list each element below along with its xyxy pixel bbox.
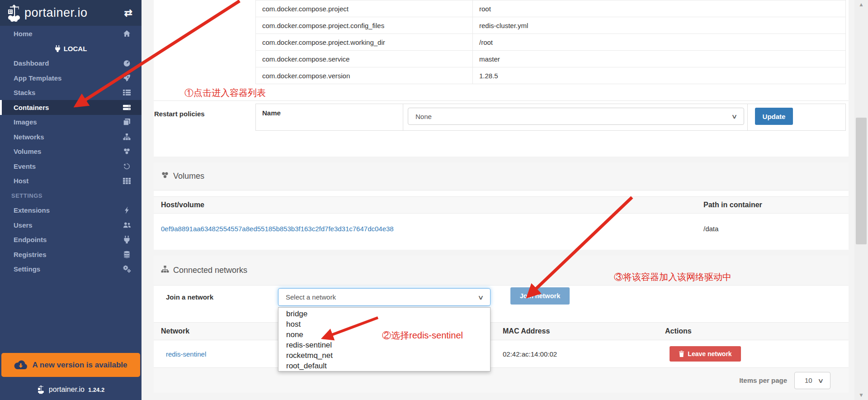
database-icon bbox=[123, 251, 131, 258]
label-value: root bbox=[473, 0, 845, 17]
labels-table: com.docker.compose.project root com.dock… bbox=[255, 0, 846, 84]
items-per-page-label: Items per page bbox=[739, 376, 787, 384]
portainer-container-details-screen: com.docker.compose.project root com.dock… bbox=[0, 0, 868, 400]
items-per-page-value: 10 bbox=[795, 376, 820, 384]
restart-policies-label: Restart policies bbox=[154, 110, 205, 118]
join-network-button[interactable]: Join network bbox=[510, 287, 570, 305]
col-actions: Actions bbox=[665, 327, 692, 335]
annotation-step2: ②选择redis-sentinel bbox=[382, 329, 463, 342]
volume-path: /data bbox=[703, 225, 718, 233]
dropdown-option-host[interactable]: host bbox=[278, 319, 490, 329]
col-path-in-container: Path in container bbox=[703, 201, 762, 209]
volumes-card: Volumes Host/volume Path in container 0e… bbox=[154, 162, 849, 250]
sidebar-header[interactable]: portainer.io ⇄ bbox=[0, 0, 142, 26]
label-value: redis-cluster.yml bbox=[473, 17, 845, 33]
volumes-card-title: Volumes bbox=[173, 171, 204, 181]
sidebar-item-app-templates[interactable]: App Templates bbox=[0, 71, 142, 86]
sidebar-item-endpoints[interactable]: Endpoints bbox=[0, 233, 142, 248]
join-network-label: Join a network bbox=[166, 293, 213, 301]
sidebar-item-settings[interactable]: Settings bbox=[0, 262, 142, 277]
network-link[interactable]: redis-sentinel bbox=[166, 350, 206, 358]
sitemap-icon bbox=[161, 265, 169, 276]
sidebar-footer: portainer.io 1.24.2 bbox=[0, 379, 142, 400]
sidebar-item-containers[interactable]: Containers bbox=[0, 100, 142, 115]
logo-text: portainer.io bbox=[24, 6, 88, 20]
sidebar-item-host[interactable]: Host bbox=[0, 174, 142, 189]
join-network-select[interactable]: Select a network ∨ bbox=[278, 288, 491, 306]
items-per-page-select[interactable]: 10 ∨ bbox=[794, 372, 830, 389]
sidebar-item-volumes[interactable]: Volumes bbox=[0, 144, 142, 159]
annotation-step1: ①点击进入容器列表 bbox=[184, 87, 266, 99]
volume-link[interactable]: 0ef9a8891aa63482554557a8ed55185b853b3f16… bbox=[161, 225, 394, 233]
crane-logo-icon bbox=[37, 385, 45, 395]
network-mac: 02:42:ac:14:00:02 bbox=[503, 350, 557, 358]
crane-logo-icon bbox=[6, 4, 23, 22]
volumes-icon bbox=[123, 148, 131, 155]
settings-section-header: SETTINGS bbox=[0, 188, 142, 203]
plug-icon bbox=[55, 45, 61, 52]
volumes-table-header: Host/volume Path in container bbox=[154, 196, 849, 214]
history-icon bbox=[123, 162, 131, 170]
exchange-icon[interactable]: ⇄ bbox=[124, 7, 132, 19]
endpoint-local-header[interactable]: LOCAL bbox=[0, 41, 142, 56]
sidebar-item-dashboard[interactable]: Dashboard bbox=[0, 56, 142, 71]
portainer-logo: portainer.io bbox=[6, 4, 124, 22]
home-icon bbox=[123, 30, 131, 38]
volumes-icon bbox=[161, 171, 169, 181]
server-icon bbox=[123, 104, 131, 111]
trash-icon bbox=[679, 351, 684, 357]
col-mac-address: MAC Address bbox=[503, 327, 550, 335]
sidebar-item-stacks[interactable]: Stacks bbox=[0, 86, 142, 100]
sidebar-item-users[interactable]: Users bbox=[0, 218, 142, 233]
join-network-select-value: Select a network bbox=[278, 293, 480, 301]
label-key: com.docker.compose.service bbox=[256, 51, 473, 67]
chevron-down-icon: ∨ bbox=[817, 377, 832, 384]
scroll-down-icon[interactable]: ▼ bbox=[854, 392, 868, 398]
sitemap-icon bbox=[123, 133, 131, 141]
sidebar-nav: Home LOCAL Dashboard App Templates Stack… bbox=[0, 26, 142, 276]
leave-network-button[interactable]: Leave network bbox=[670, 346, 741, 362]
images-icon bbox=[123, 118, 131, 126]
scroll-up-icon[interactable]: ▲ bbox=[854, 1, 868, 8]
dropdown-option-rocketmq-net[interactable]: rocketmq_net bbox=[278, 350, 490, 361]
sidebar-item-home[interactable]: Home bbox=[0, 26, 142, 41]
new-version-banner[interactable]: A new version is available bbox=[1, 353, 140, 377]
dropdown-option-bridge[interactable]: bridge bbox=[278, 309, 490, 319]
update-button[interactable]: Update bbox=[755, 108, 793, 125]
list-icon bbox=[123, 89, 131, 96]
table-row: com.docker.compose.project root bbox=[256, 0, 845, 17]
grid-icon bbox=[123, 177, 131, 185]
restart-policy-selected-value: None bbox=[408, 113, 733, 120]
sidebar-item-registries[interactable]: Registries bbox=[0, 247, 142, 262]
chevron-down-icon: ∨ bbox=[731, 113, 746, 120]
pager-bar: Items per page 10 ∨ bbox=[154, 367, 849, 393]
sidebar-item-networks[interactable]: Networks bbox=[0, 129, 142, 144]
label-value: /root bbox=[473, 34, 845, 50]
label-key: com.docker.compose.version bbox=[256, 67, 473, 84]
restart-policy-name-label: Name bbox=[256, 104, 403, 130]
connected-networks-header: Connected networks bbox=[154, 256, 849, 286]
cloud-download-icon bbox=[14, 360, 28, 370]
page-scrollbar[interactable]: ▲ ▼ bbox=[854, 0, 868, 400]
label-key: com.docker.compose.project.config_files bbox=[256, 17, 473, 33]
sidebar-item-extensions[interactable]: Extensions bbox=[0, 203, 142, 218]
dropdown-option-root-default[interactable]: root_default bbox=[278, 361, 490, 371]
annotation-step3: ③将该容器加入该网络驱动中 bbox=[614, 271, 731, 283]
restart-policies-form: Name None ∨ Update bbox=[255, 104, 846, 131]
scrollbar-thumb[interactable] bbox=[856, 118, 867, 244]
rocket-icon bbox=[123, 74, 131, 82]
divider bbox=[154, 100, 849, 101]
plug-icon bbox=[123, 236, 131, 243]
sidebar-item-events[interactable]: Events bbox=[0, 159, 142, 174]
table-row: com.docker.compose.service master bbox=[256, 50, 845, 67]
label-value: 1.28.5 bbox=[473, 67, 845, 84]
sidebar-item-images[interactable]: Images bbox=[0, 115, 142, 130]
restart-policy-select[interactable]: None ∨ bbox=[408, 108, 744, 125]
label-value: master bbox=[473, 51, 845, 67]
table-row: com.docker.compose.version 1.28.5 bbox=[256, 67, 845, 84]
col-host-volume: Host/volume bbox=[161, 201, 204, 209]
footer-version: 1.24.2 bbox=[88, 386, 104, 393]
col-network: Network bbox=[161, 327, 189, 335]
networks-table-header: Network MAC Address Actions bbox=[154, 322, 849, 340]
label-key: com.docker.compose.project.working_dir bbox=[256, 34, 473, 50]
